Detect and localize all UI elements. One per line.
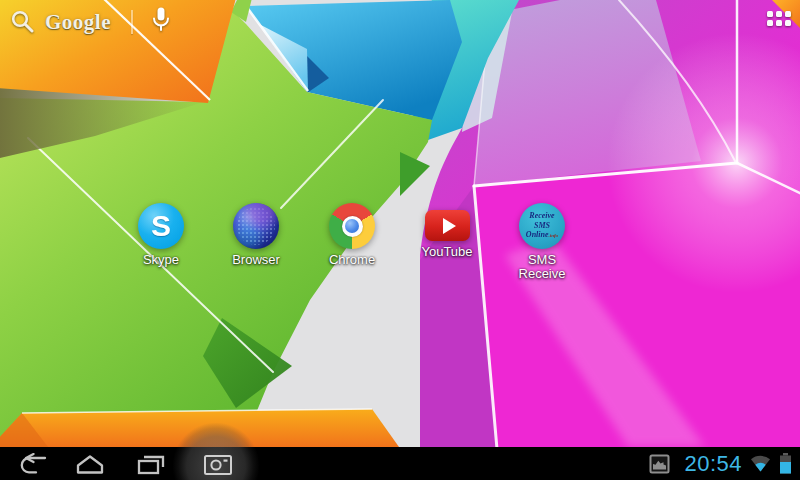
app-label: Chrome	[314, 253, 390, 267]
status-bar-cluster[interactable]: 20:54	[649, 447, 792, 480]
app-label: Skype	[123, 253, 199, 267]
sms-receive-icon: Receive SMS Online.info	[519, 203, 565, 249]
app-shortcut-youtube[interactable]: YouTube	[409, 203, 485, 259]
wifi-icon	[750, 455, 771, 472]
grid-dot	[767, 11, 773, 17]
voice-search-button[interactable]	[149, 6, 173, 38]
wallpaper-abstract-shapes	[0, 0, 800, 447]
app-shortcut-chrome[interactable]: Chrome	[314, 203, 390, 267]
google-search-widget: Google	[10, 5, 173, 39]
wallpaper-shapes	[0, 0, 800, 447]
app-shortcut-browser[interactable]: Browser	[218, 203, 294, 267]
app-shortcut-skype[interactable]: S Skype	[123, 203, 199, 267]
search-icon	[10, 9, 36, 35]
clock: 20:54	[684, 447, 742, 480]
recents-icon	[136, 453, 166, 475]
back-icon	[15, 453, 49, 475]
youtube-icon	[425, 210, 470, 241]
recent-apps-button[interactable]	[130, 447, 172, 480]
back-button[interactable]	[12, 447, 52, 480]
navigation-bar: 20:54	[0, 447, 800, 480]
chrome-icon	[329, 203, 375, 249]
screenshot-notification-icon	[649, 454, 670, 474]
android-home-screen: Google S Skype Browser Chrome YouTube	[0, 0, 800, 480]
sms-badge-line: Online.info	[526, 230, 558, 241]
browser-globe-icon	[233, 203, 279, 249]
google-logo: Google	[45, 10, 111, 35]
widget-divider	[131, 10, 133, 34]
chrome-lens	[345, 219, 359, 233]
google-search-button[interactable]: Google	[10, 9, 111, 35]
skype-icon: S	[138, 203, 184, 249]
app-label: Browser	[218, 253, 294, 267]
app-shortcut-sms-receive[interactable]: Receive SMS Online.info SMS Receive	[504, 203, 580, 281]
grid-dot	[776, 11, 782, 17]
grid-dot	[785, 11, 791, 17]
camera-button[interactable]	[196, 447, 240, 480]
skype-glyph: S	[151, 209, 171, 243]
home-icon	[74, 454, 106, 474]
app-label: SMS Receive	[504, 253, 580, 281]
camera-icon	[203, 452, 233, 476]
play-triangle-icon	[443, 218, 456, 234]
grid-dot	[785, 20, 791, 26]
microphone-icon	[149, 6, 173, 34]
sms-badge-line: Receive	[529, 211, 554, 221]
chrome-ring	[342, 216, 363, 237]
sms-badge-line: SMS	[534, 221, 550, 231]
app-label: YouTube	[409, 245, 485, 259]
all-apps-button[interactable]	[767, 11, 791, 26]
grid-dot	[776, 20, 782, 26]
battery-icon	[779, 453, 792, 474]
grid-dot	[767, 20, 773, 26]
home-button[interactable]	[70, 447, 110, 480]
